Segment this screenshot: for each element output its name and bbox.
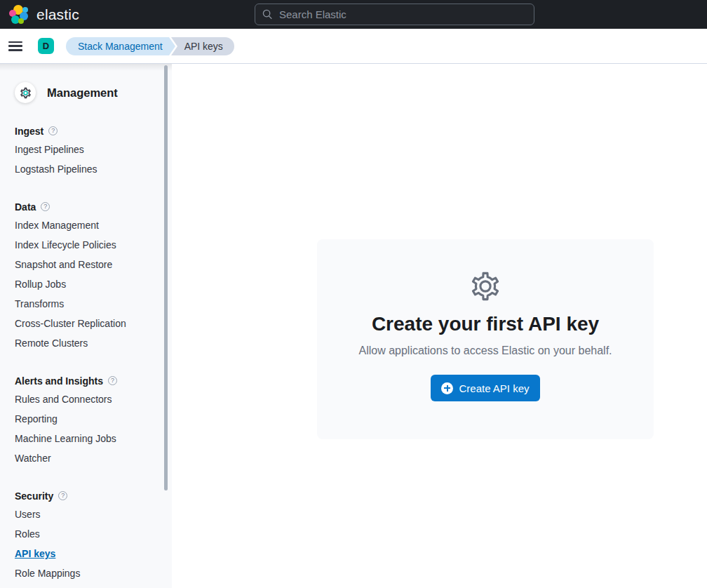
sidebar-item-cross-cluster-replication[interactable]: Cross-Cluster Replication xyxy=(15,314,172,333)
sidebar-header: Management xyxy=(15,82,172,103)
sidebar-item-roles[interactable]: Roles xyxy=(15,524,172,544)
sidebar-item-reporting[interactable]: Reporting xyxy=(15,409,172,429)
elastic-brand[interactable]: elastic xyxy=(0,5,79,25)
sidebar-item-ingest-pipelines[interactable]: Ingest Pipelines xyxy=(15,140,172,159)
api-keys-empty-state-panel: Create your first API key Allow applicat… xyxy=(317,239,654,439)
breadcrumb-header-row: D Stack Management API keys xyxy=(0,29,707,64)
sidebar-item-logstash-pipelines[interactable]: Logstash Pipelines xyxy=(15,159,172,179)
sidebar-item-index-management[interactable]: Index Management xyxy=(15,215,172,235)
sidebar-section-alerts-and-insights: Alerts and Insights ? Rules and Connecto… xyxy=(15,373,172,468)
management-sidebar: Management Ingest ? Ingest Pipelines Log… xyxy=(0,64,172,588)
breadcrumb-api-keys: API keys xyxy=(171,37,234,55)
global-search[interactable] xyxy=(255,4,534,25)
elastic-logo-icon xyxy=(9,5,29,25)
menu-button[interactable] xyxy=(0,29,31,63)
section-title-ingest: Ingest xyxy=(15,126,43,137)
help-icon[interactable]: ? xyxy=(108,376,117,385)
help-icon[interactable]: ? xyxy=(41,202,50,211)
section-title-data: Data xyxy=(15,201,36,213)
sidebar-item-watcher[interactable]: Watcher xyxy=(15,448,172,468)
breadcrumb: Stack Management API keys xyxy=(66,37,234,55)
sidebar-item-rules-and-connectors[interactable]: Rules and Connectors xyxy=(15,389,172,409)
sidebar-title: Management xyxy=(47,86,118,100)
sidebar-item-users[interactable]: Users xyxy=(15,505,172,524)
create-api-key-button-label: Create API key xyxy=(459,382,529,394)
empty-state-description: Allow applications to access Elastic on … xyxy=(358,342,612,359)
create-api-key-button[interactable]: Create API key xyxy=(431,375,539,401)
section-title-security: Security xyxy=(15,490,53,502)
main-content: Create your first API key Allow applicat… xyxy=(172,64,707,588)
section-title-alerts-and-insights: Alerts and Insights xyxy=(15,375,103,387)
sidebar-scrollbar[interactable] xyxy=(164,65,168,490)
sidebar-item-remote-clusters[interactable]: Remote Clusters xyxy=(15,333,172,353)
search-input[interactable] xyxy=(279,8,527,20)
management-gear-icon xyxy=(15,82,36,103)
help-icon[interactable]: ? xyxy=(48,126,58,135)
gear-icon xyxy=(469,270,501,302)
sidebar-item-rollup-jobs[interactable]: Rollup Jobs xyxy=(15,274,172,294)
space-avatar[interactable]: D xyxy=(38,38,54,54)
sidebar-section-data: Data ? Index Management Index Lifecycle … xyxy=(15,199,172,353)
breadcrumb-stack-management[interactable]: Stack Management xyxy=(66,37,169,55)
sidebar-section-ingest: Ingest ? Ingest Pipelines Logstash Pipel… xyxy=(15,123,172,179)
sidebar-section-security: Security ? Users Roles API keys Role Map… xyxy=(15,488,172,583)
plus-in-circle-icon xyxy=(441,382,453,394)
search-icon xyxy=(262,9,273,20)
top-navigation-bar: elastic xyxy=(0,0,707,29)
sidebar-item-snapshot-and-restore[interactable]: Snapshot and Restore xyxy=(15,255,172,274)
sidebar-item-role-mappings[interactable]: Role Mappings xyxy=(15,563,172,583)
help-icon[interactable]: ? xyxy=(58,491,67,500)
empty-state-title: Create your first API key xyxy=(372,312,599,336)
sidebar-item-machine-learning-jobs[interactable]: Machine Learning Jobs xyxy=(15,429,172,448)
brand-text: elastic xyxy=(36,6,79,23)
sidebar-item-api-keys[interactable]: API keys xyxy=(15,544,172,563)
sidebar-item-transforms[interactable]: Transforms xyxy=(15,294,172,314)
hamburger-icon xyxy=(8,41,22,51)
sidebar-item-index-lifecycle-policies[interactable]: Index Lifecycle Policies xyxy=(15,235,172,255)
